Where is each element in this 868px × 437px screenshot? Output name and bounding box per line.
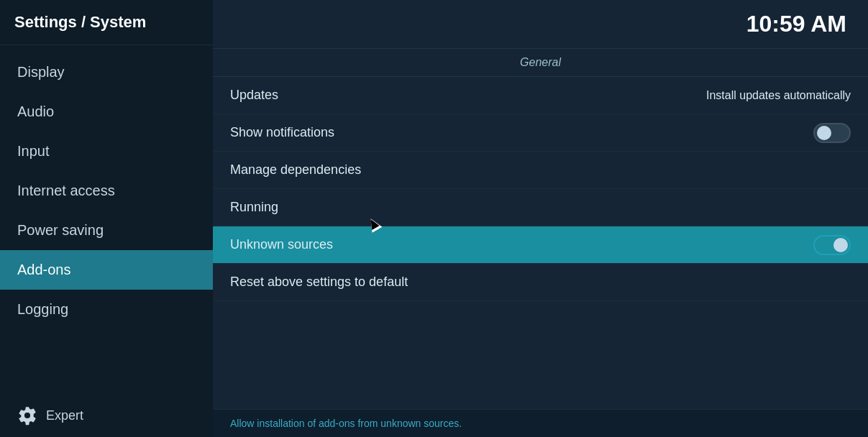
clock: 10:59 AM <box>746 11 846 37</box>
sidebar-item-label: Power saving <box>17 222 104 238</box>
sidebar-item-audio[interactable]: Audio <box>0 92 213 132</box>
expert-mode-label: Expert <box>46 408 83 423</box>
sidebar-item-label: Internet access <box>17 183 115 198</box>
setting-row-unknown-sources[interactable]: Unknown sources <box>213 226 868 264</box>
unknown-sources-toggle[interactable] <box>813 235 851 255</box>
sidebar-item-label: Input <box>17 143 49 159</box>
expert-mode-button[interactable]: Expert <box>0 394 213 437</box>
app-title-text: Settings / System <box>14 13 146 31</box>
gear-icon <box>17 405 37 426</box>
sidebar-item-label: Add-ons <box>17 262 71 277</box>
status-bar: Allow installation of add-ons from unkno… <box>213 409 868 437</box>
setting-label: Unknown sources <box>230 237 333 252</box>
setting-label: Manage dependencies <box>230 162 361 178</box>
content-area: General Updates Install updates automati… <box>213 49 868 437</box>
sidebar-item-internet-access[interactable]: Internet access <box>0 171 213 211</box>
setting-row-reset-settings[interactable]: Reset above settings to default <box>213 264 868 301</box>
section-label: General <box>213 49 868 77</box>
sidebar-nav: Display Audio Input Internet access Powe… <box>0 45 213 394</box>
sidebar-item-input[interactable]: Input <box>0 132 213 171</box>
sidebar-item-add-ons[interactable]: Add-ons <box>0 250 213 290</box>
show-notifications-toggle[interactable] <box>813 123 851 143</box>
status-text: Allow installation of add-ons from unkno… <box>230 418 462 429</box>
sidebar-item-logging[interactable]: Logging <box>0 290 213 329</box>
setting-value: Install updates automatically <box>706 89 851 102</box>
sidebar: Settings / System Display Audio Input In… <box>0 0 213 437</box>
setting-row-updates[interactable]: Updates Install updates automatically <box>213 77 868 114</box>
sidebar-item-display[interactable]: Display <box>0 52 213 92</box>
setting-row-manage-dependencies[interactable]: Manage dependencies <box>213 152 868 189</box>
main-content: 10:59 AM General Updates Install updates… <box>213 0 868 437</box>
main-header: 10:59 AM <box>213 0 868 49</box>
setting-row-running[interactable]: Running <box>213 189 868 226</box>
app-title: Settings / System <box>0 0 213 45</box>
toggle-knob <box>817 126 831 140</box>
sidebar-item-label: Audio <box>17 104 54 119</box>
sidebar-item-label: Display <box>17 64 65 80</box>
setting-row-show-notifications[interactable]: Show notifications <box>213 114 868 152</box>
sidebar-item-label: Logging <box>17 301 68 317</box>
setting-label: Reset above settings to default <box>230 275 408 290</box>
setting-label: Show notifications <box>230 125 334 140</box>
toggle-knob <box>833 238 848 252</box>
setting-label: Updates <box>230 88 278 103</box>
settings-list: Updates Install updates automatically Sh… <box>213 77 868 409</box>
setting-label: Running <box>230 200 278 215</box>
sidebar-item-power-saving[interactable]: Power saving <box>0 211 213 250</box>
